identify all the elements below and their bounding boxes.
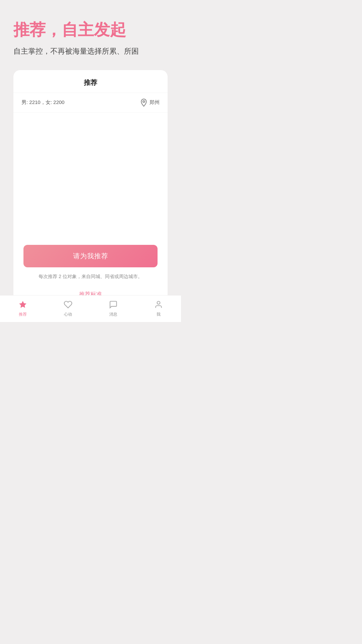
- header-area: 推荐，自主发起 自主掌控，不再被海量选择所累、所困: [0, 0, 181, 67]
- person-icon: [154, 300, 163, 310]
- star-icon: [18, 300, 27, 310]
- card-header: 推荐: [13, 70, 168, 93]
- nav-label-messages: 消息: [109, 312, 117, 317]
- recommendation-card: 推荐 男: 2210，女: 2200 郑州 请为我推荐 每次推荐 2 位对象，来…: [13, 70, 168, 305]
- location-icon: [139, 98, 148, 107]
- heart-icon: [64, 300, 72, 310]
- card-body: 请为我推荐 每次推荐 2 位对象，来自同城、同省或周边城市。 推荐标准: [13, 113, 168, 305]
- nav-label-recommend: 推荐: [19, 312, 27, 317]
- sub-title: 自主掌控，不再被海量选择所累、所困: [13, 46, 168, 57]
- nav-item-messages[interactable]: 消息: [90, 300, 136, 317]
- nav-item-like[interactable]: 心动: [45, 300, 90, 317]
- nav-label-like: 心动: [64, 312, 72, 317]
- nav-item-recommend[interactable]: 推荐: [0, 300, 45, 317]
- location-label: 郑州: [139, 98, 160, 107]
- card-title: 推荐: [84, 79, 97, 86]
- main-title: 推荐，自主发起: [13, 20, 168, 40]
- hint-text: 每次推荐 2 位对象，来自同城、同省或周边城市。: [39, 273, 142, 280]
- card-stats-row: 男: 2210，女: 2200 郑州: [13, 93, 168, 113]
- nav-label-profile: 我: [157, 312, 161, 317]
- svg-point-2: [157, 301, 160, 304]
- recommend-button[interactable]: 请为我推荐: [23, 245, 158, 267]
- svg-point-0: [143, 101, 144, 102]
- message-icon: [109, 300, 118, 310]
- svg-marker-1: [19, 301, 26, 308]
- gender-stats: 男: 2210，女: 2200: [21, 99, 64, 106]
- bottom-nav: 推荐 心动 消息 我: [0, 295, 181, 322]
- nav-item-profile[interactable]: 我: [136, 300, 181, 317]
